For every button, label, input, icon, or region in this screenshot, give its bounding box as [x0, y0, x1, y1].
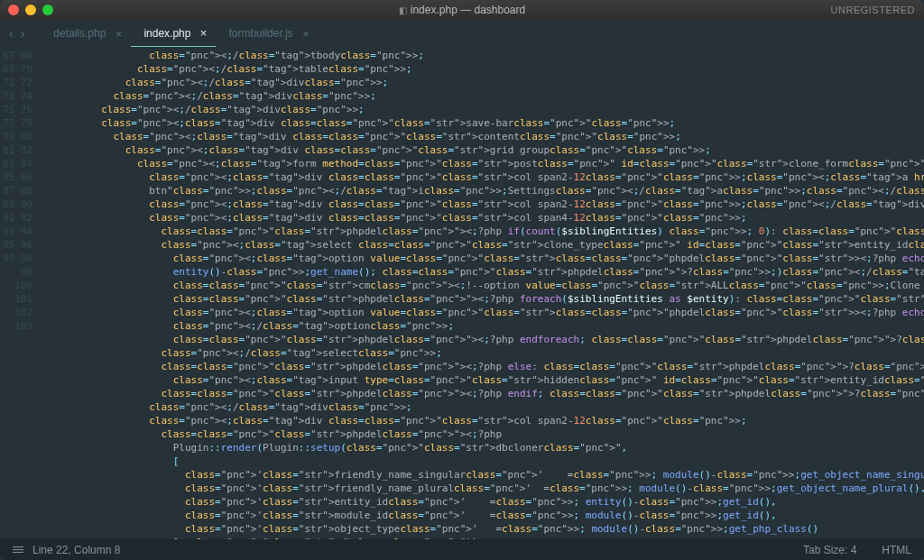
- document-icon: ◧: [399, 5, 407, 15]
- tab-close-icon[interactable]: ×: [200, 26, 208, 40]
- tabbar: ‹ › details.php×index.php×formbuilder.js…: [0, 20, 924, 47]
- nav-forward-icon[interactable]: ›: [21, 26, 25, 41]
- window-title: ◧ index.php — dashboard: [0, 4, 924, 16]
- code-area[interactable]: class="pnc"><;/class="tag">tbodyclass="p…: [42, 47, 924, 539]
- cursor-position[interactable]: Line 22, Column 8: [32, 544, 120, 556]
- editor[interactable]: 67 68 69 70 71 72 73 74 75 76 77 78 79 8…: [0, 47, 924, 539]
- tab-details.php[interactable]: details.php×: [41, 20, 131, 47]
- gutter: 67 68 69 70 71 72 73 74 75 76 77 78 79 8…: [0, 47, 42, 539]
- tab-close-icon[interactable]: ×: [302, 27, 310, 41]
- unregistered-label: UNREGISTERED: [831, 5, 915, 15]
- titlebar: ◧ index.php — dashboard UNREGISTERED: [0, 0, 924, 20]
- tab-label: index.php: [143, 27, 190, 40]
- tab-size[interactable]: Tab Size: 4: [803, 544, 856, 556]
- tab-index.php[interactable]: index.php×: [131, 20, 216, 47]
- menu-icon[interactable]: [13, 546, 23, 553]
- tab-close-icon[interactable]: ×: [116, 27, 123, 41]
- tab-label: details.php: [53, 27, 106, 40]
- nav-back-icon[interactable]: ‹: [9, 26, 14, 41]
- syntax-mode[interactable]: HTML: [882, 544, 911, 556]
- tab-formbuilder.js[interactable]: formbuilder.js×: [216, 20, 318, 47]
- tab-label: formbuilder.js: [228, 27, 292, 40]
- statusbar: Line 22, Column 8 Tab Size: 4 HTML: [0, 539, 924, 560]
